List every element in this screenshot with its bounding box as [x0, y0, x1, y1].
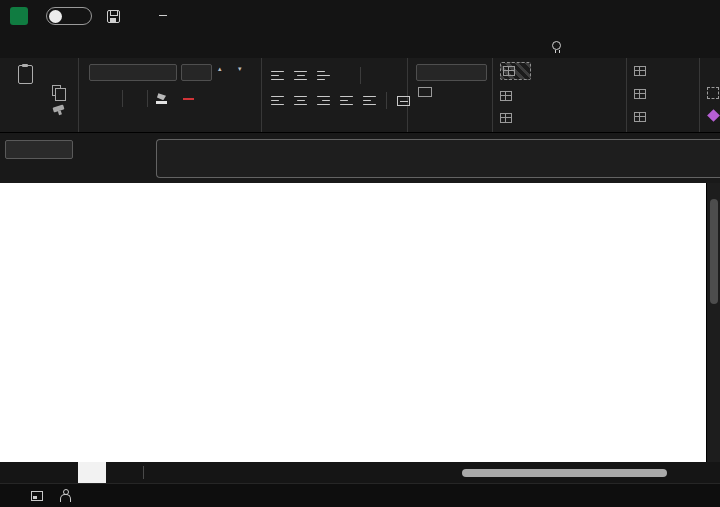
delete-cells-icon [634, 89, 646, 99]
align-center-icon[interactable] [294, 96, 307, 106]
status-bar [0, 483, 720, 507]
formula-input[interactable] [156, 139, 720, 178]
tell-me-search[interactable] [552, 32, 570, 58]
tab-help[interactable] [183, 41, 185, 49]
decrease-indent-icon[interactable] [340, 96, 353, 106]
group-cells [628, 58, 700, 132]
accessibility-icon [59, 489, 70, 502]
align-bottom-icon[interactable] [317, 71, 330, 81]
tab-page-layout[interactable] [81, 41, 83, 49]
format-as-table-button[interactable] [500, 87, 522, 105]
formula-bar [0, 133, 720, 183]
clipboard-icon [18, 65, 33, 84]
font-name-select[interactable] [89, 64, 177, 81]
paste-button[interactable] [7, 65, 43, 87]
spreadsheet [0, 183, 706, 462]
title-bar [0, 0, 720, 32]
decrease-font-size-button[interactable]: ▾ [238, 65, 242, 79]
group-number [409, 58, 493, 132]
save-icon[interactable] [107, 10, 120, 23]
group-styles [494, 58, 627, 132]
conditional-formatting-button[interactable] [500, 62, 531, 80]
tab-view[interactable] [149, 41, 151, 49]
vertical-scrollbar[interactable] [706, 183, 720, 462]
align-middle-icon[interactable] [294, 71, 307, 81]
clear-icon[interactable] [707, 109, 720, 122]
insert-cells-icon [634, 66, 646, 76]
increase-indent-icon[interactable] [363, 96, 376, 106]
conditional-formatting-icon [503, 66, 515, 76]
group-clipboard [0, 58, 79, 132]
align-top-icon[interactable] [271, 71, 284, 81]
sheet-tab-sheet1[interactable] [78, 462, 106, 483]
fill-color-icon[interactable] [156, 93, 167, 104]
copy-icon[interactable] [52, 85, 61, 96]
tab-insert[interactable] [47, 41, 49, 49]
sheet-tab-bar [0, 462, 720, 483]
increase-font-size-button[interactable]: ▴ [218, 65, 222, 79]
tab-formulas[interactable] [98, 41, 100, 49]
delete-cells-button[interactable] [634, 85, 656, 103]
font-color-icon[interactable] [183, 97, 194, 101]
tab-file[interactable] [13, 41, 15, 49]
horizontal-scrollbar-thumb[interactable] [462, 469, 667, 477]
tab-data[interactable] [115, 41, 117, 49]
group-editing [701, 58, 720, 132]
number-format-select[interactable] [416, 64, 487, 81]
insert-cells-button[interactable] [634, 62, 656, 80]
format-cells-button[interactable] [634, 108, 656, 126]
excel-app-icon [10, 7, 28, 25]
tab-draw[interactable] [64, 41, 66, 49]
name-box[interactable] [5, 140, 73, 159]
macro-record-icon[interactable] [31, 491, 43, 501]
autosave-toggle[interactable] [46, 7, 92, 25]
tab-developer[interactable] [166, 41, 168, 49]
cell-styles-icon [500, 113, 512, 123]
toggle-knob-icon [49, 10, 62, 23]
format-painter-icon[interactable] [52, 104, 64, 112]
font-size-select[interactable] [181, 64, 212, 81]
group-alignment [263, 58, 408, 132]
fill-icon[interactable] [707, 87, 719, 99]
align-right-icon[interactable] [317, 96, 330, 106]
vertical-scrollbar-thumb[interactable] [710, 199, 718, 304]
cell-styles-button[interactable] [500, 109, 522, 127]
tab-home[interactable] [30, 41, 32, 49]
format-cells-icon [634, 112, 646, 122]
lightbulb-icon [552, 41, 561, 50]
group-font: ▴ ▾ [80, 58, 262, 132]
tab-review[interactable] [132, 41, 134, 49]
customize-toolbar-icon[interactable] [159, 15, 167, 18]
accounting-format-icon[interactable] [418, 87, 432, 97]
ribbon-tab-bar [0, 32, 720, 58]
ribbon: ▴ ▾ [0, 58, 720, 133]
align-left-icon[interactable] [271, 96, 284, 106]
format-as-table-icon [500, 91, 512, 101]
